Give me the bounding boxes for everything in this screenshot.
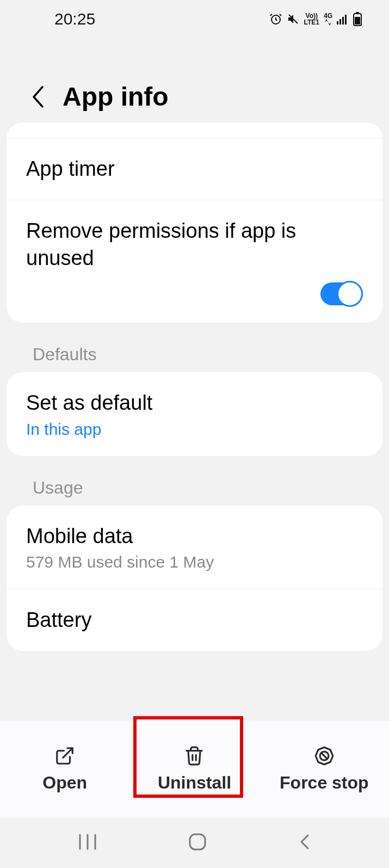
system-nav-bar (0, 818, 389, 868)
nav-back-icon (298, 833, 311, 851)
status-icons: Vo)) LTE1 4G (269, 12, 362, 26)
section-label-usage: Usage (7, 466, 382, 506)
status-bar: 20:25 Vo)) LTE1 4G (0, 0, 389, 38)
svg-rect-2 (339, 19, 341, 24)
lte-label: LTE1 (304, 19, 319, 26)
uninstall-button[interactable]: Uninstall (129, 721, 259, 818)
status-time: 20:25 (54, 10, 95, 28)
row-app-timer[interactable]: App timer (7, 138, 382, 200)
app-timer-label: App timer (26, 156, 363, 182)
force-stop-button[interactable]: Force stop (260, 721, 389, 818)
nav-back-button[interactable] (298, 833, 311, 853)
svg-rect-1 (337, 21, 338, 24)
nav-home-button[interactable] (188, 832, 207, 854)
svg-line-13 (321, 753, 327, 759)
recent-apps-icon (78, 833, 97, 851)
bottom-action-bar: Open Uninstall Force stop (0, 720, 389, 818)
uninstall-label: Uninstall (158, 773, 231, 793)
set-as-default-sub: In this app (26, 420, 363, 439)
card-usage: Mobile data 579 MB used since 1 May Batt… (7, 506, 382, 651)
nav-recent-button[interactable] (78, 833, 97, 853)
remove-permissions-label: Remove permissions if app is unused (26, 218, 363, 272)
no-entry-icon (314, 746, 335, 766)
home-icon (188, 832, 207, 852)
signal-icon (337, 14, 349, 24)
back-button[interactable] (27, 86, 49, 108)
svg-rect-7 (355, 17, 360, 24)
toggle-knob (337, 281, 363, 307)
battery-icon (353, 12, 362, 26)
set-as-default-label: Set as default (26, 390, 363, 416)
section-label-defaults: Defaults (7, 333, 382, 372)
card-general: App timer Remove permissions if app is u… (7, 122, 382, 323)
row-remove-permissions[interactable]: Remove permissions if app is unused (7, 200, 382, 272)
row-set-as-default[interactable]: Set as default In this app (7, 372, 382, 455)
svg-rect-17 (190, 834, 205, 849)
row-battery[interactable]: Battery (7, 589, 382, 651)
card-defaults: Set as default In this app (7, 372, 382, 455)
network-label: 4G (324, 13, 332, 19)
chevron-left-icon (30, 85, 46, 109)
open-label: Open (42, 773, 87, 793)
open-button[interactable]: Open (0, 721, 129, 818)
svg-rect-3 (342, 17, 344, 24)
row-mobile-data[interactable]: Mobile data 579 MB used since 1 May (7, 506, 382, 589)
trash-icon (184, 746, 205, 766)
battery-label: Battery (26, 607, 363, 633)
mobile-data-label: Mobile data (26, 523, 363, 550)
mute-vibrate-icon (287, 13, 300, 26)
mobile-data-sub: 579 MB used since 1 May (26, 553, 363, 571)
remove-permissions-toggle[interactable] (320, 282, 363, 305)
settings-scroll-area[interactable]: App timer Remove permissions if app is u… (0, 122, 389, 721)
page-title: App info (63, 82, 169, 112)
open-external-icon (54, 746, 75, 766)
svg-rect-4 (345, 15, 347, 24)
force-stop-label: Force stop (280, 773, 369, 793)
data-arrows-icon (324, 19, 332, 26)
svg-line-8 (63, 748, 72, 758)
alarm-icon (269, 13, 282, 26)
